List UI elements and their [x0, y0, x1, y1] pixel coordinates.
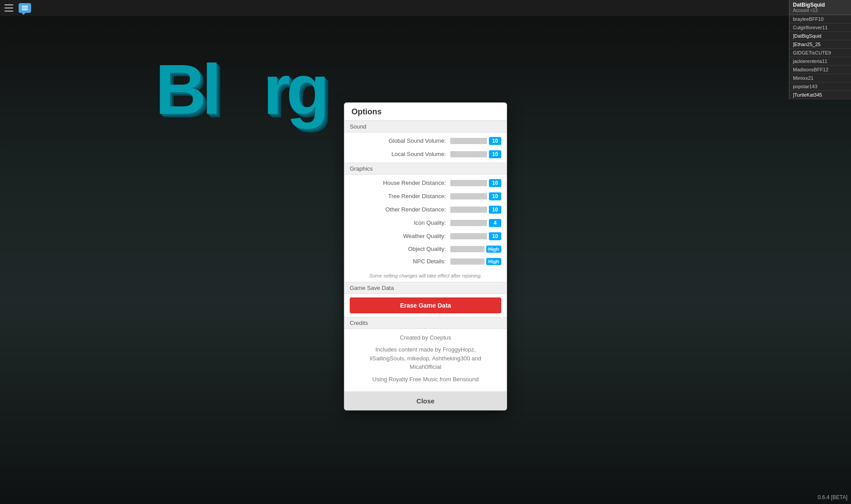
close-button[interactable]: Close: [344, 392, 507, 410]
local-sound-label: Local Sound Volume:: [350, 151, 450, 157]
other-render-row: Other Render Distance: 10: [350, 203, 501, 216]
weather-quality-fill: [450, 233, 487, 239]
graphics-settings: House Render Distance: 10 Tree Render Di…: [344, 175, 507, 270]
icon-quality-value: 4: [489, 219, 501, 227]
npc-details-slider-container[interactable]: High: [450, 258, 501, 265]
object-quality-slider-container[interactable]: High: [450, 246, 501, 253]
icon-quality-slider[interactable]: [450, 220, 487, 226]
object-quality-fill: [450, 246, 484, 252]
modal-body[interactable]: Sound Global Sound Volume: 10 Local Soun…: [344, 121, 507, 392]
weather-quality-slider-container[interactable]: 10: [450, 232, 501, 240]
other-render-value: 10: [489, 206, 501, 214]
other-render-label: Other Render Distance:: [350, 206, 450, 213]
modal-overlay: Options Sound Global Sound Volume: 10: [0, 0, 851, 504]
credits-line-3: Using Royalty Free Music from Bensound: [350, 375, 501, 384]
house-render-fill: [450, 180, 487, 186]
npc-details-slider[interactable]: [450, 258, 484, 265]
options-modal: Options Sound Global Sound Volume: 10: [344, 102, 507, 411]
tree-render-label: Tree Render Distance:: [350, 193, 450, 199]
tree-render-fill: [450, 193, 487, 199]
other-render-slider-container[interactable]: 10: [450, 206, 501, 214]
house-render-value: 10: [489, 179, 501, 187]
local-sound-fill: [450, 151, 487, 157]
global-sound-fill: [450, 138, 487, 144]
settings-notice: Some setting changes will take effect af…: [344, 270, 507, 282]
house-render-slider-container[interactable]: 10: [450, 179, 501, 187]
other-render-fill: [450, 207, 487, 213]
weather-quality-label: Weather Quality:: [350, 233, 450, 239]
icon-quality-row: Icon Quality: 4: [350, 216, 501, 230]
npc-details-value: High: [486, 258, 501, 265]
weather-quality-slider[interactable]: [450, 233, 487, 239]
npc-details-label: NPC Details:: [350, 258, 450, 265]
credits-line-2: Includes content made by FroggyHopz,iiSa…: [350, 345, 501, 371]
tree-render-slider-container[interactable]: 10: [450, 192, 501, 200]
tree-render-value: 10: [489, 192, 501, 200]
global-sound-label: Global Sound Volume:: [350, 137, 450, 144]
tree-render-row: Tree Render Distance: 10: [350, 190, 501, 203]
global-sound-slider[interactable]: [450, 138, 487, 144]
weather-quality-value: 10: [489, 232, 501, 240]
local-sound-slider-container[interactable]: 10: [450, 150, 501, 158]
local-sound-slider[interactable]: [450, 151, 487, 157]
object-quality-value: High: [486, 246, 501, 253]
npc-details-fill: [450, 258, 484, 265]
global-sound-value: 10: [489, 137, 501, 145]
modal-footer: Close: [344, 391, 507, 410]
icon-quality-label: Icon Quality:: [350, 219, 450, 226]
credits-line-1: Created by Coeptus: [350, 333, 501, 342]
credits-section-header: Credits: [344, 317, 507, 329]
local-sound-row: Local Sound Volume: 10: [350, 148, 501, 161]
graphics-section-header: Graphics: [344, 163, 507, 175]
sound-settings: Global Sound Volume: 10 Local Sound Volu…: [344, 133, 507, 163]
object-quality-slider[interactable]: [450, 246, 484, 252]
icon-quality-fill: [450, 220, 465, 226]
other-render-slider[interactable]: [450, 207, 487, 213]
global-sound-row: Global Sound Volume: 10: [350, 134, 501, 148]
object-quality-label: Object Quality:: [350, 246, 450, 252]
local-sound-value: 10: [489, 150, 501, 158]
icon-quality-slider-container[interactable]: 4: [450, 219, 501, 227]
object-quality-row: Object Quality: High: [350, 243, 501, 255]
house-render-row: House Render Distance: 10: [350, 176, 501, 190]
global-sound-slider-container[interactable]: 10: [450, 137, 501, 145]
npc-details-row: NPC Details: High: [350, 255, 501, 268]
house-render-label: House Render Distance:: [350, 180, 450, 186]
game-save-section-header: Game Save Data: [344, 282, 507, 294]
weather-quality-row: Weather Quality: 10: [350, 230, 501, 243]
erase-game-data-button[interactable]: Erase Game Data: [350, 297, 501, 313]
house-render-slider[interactable]: [450, 180, 487, 186]
modal-title: Options: [344, 103, 507, 121]
credits-content: Created by Coeptus Includes content made…: [344, 329, 507, 392]
tree-render-slider[interactable]: [450, 193, 487, 199]
sound-section-header: Sound: [344, 121, 507, 133]
